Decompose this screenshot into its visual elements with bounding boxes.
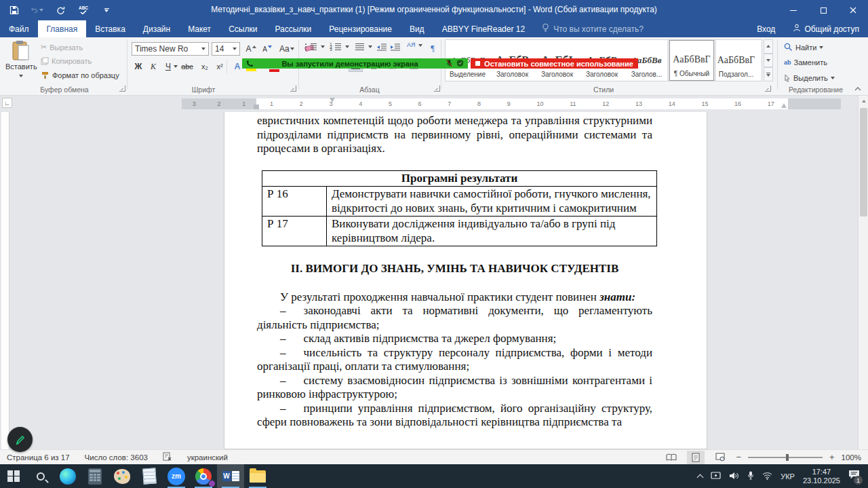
read-mode-button[interactable]: [663, 451, 680, 464]
decrease-indent-button[interactable]: [377, 43, 387, 51]
list-item[interactable]: –чисельність та структуру персоналу підп…: [257, 346, 652, 374]
web-layout-button[interactable]: [711, 451, 729, 464]
strikethrough-button[interactable]: abc: [180, 60, 194, 73]
table-cell-text[interactable]: Виконувати дослідження індивідуально та/…: [327, 217, 657, 246]
shrink-font-button[interactable]: А: [260, 42, 274, 56]
save-icon[interactable]: [8, 4, 20, 16]
gallery-down-button[interactable]: [764, 54, 773, 68]
table-cell-text[interactable]: Демонструвати навички самостійної роботи…: [327, 187, 657, 217]
select-button[interactable]: Выделить: [784, 74, 835, 82]
styles-dialog-launcher[interactable]: [765, 86, 771, 92]
taskbar-word-button[interactable]: W: [217, 464, 244, 488]
sort-button[interactable]: АЯ: [407, 43, 422, 48]
tell-me-box[interactable]: Что вы хотите сделать?: [534, 20, 652, 37]
list-item[interactable]: –систему взаємовідносин підприємства із …: [257, 374, 652, 402]
screen-cast-icon[interactable]: [711, 470, 721, 483]
change-case-button[interactable]: Aa: [279, 42, 294, 56]
table-header-cell[interactable]: Програмні результати: [262, 170, 657, 187]
keyboard-language[interactable]: УКР: [781, 472, 795, 481]
scrollbar-thumb[interactable]: [860, 108, 867, 217]
zoom-in-button[interactable]: +: [829, 452, 835, 462]
sign-in-button[interactable]: Вход: [748, 24, 784, 34]
style-tile[interactable]: АаБбВвГПодзагол...: [714, 40, 759, 81]
language-indicator[interactable]: украинский: [187, 453, 228, 462]
bullets-button[interactable]: [305, 43, 325, 50]
document-page[interactable]: евристичних компетенцій щодо роботи мене…: [224, 112, 707, 449]
tab-mailings[interactable]: Рассылки: [266, 20, 320, 37]
microphone-icon[interactable]: [747, 470, 754, 483]
zoom-slider-thumb[interactable]: [786, 454, 789, 461]
subscript-button[interactable]: х₂: [198, 60, 212, 73]
clipboard-dialog-launcher[interactable]: [119, 86, 125, 92]
italic-button[interactable]: К: [146, 60, 160, 73]
list-item[interactable]: –принципи управління підприємством, його…: [257, 402, 652, 430]
taskbar-calculator-button[interactable]: [81, 464, 108, 488]
collapse-ribbon-button[interactable]: [854, 84, 861, 92]
paragraph[interactable]: У результаті проходження навчальної прак…: [257, 290, 652, 305]
tab-insert[interactable]: Вставка: [86, 20, 134, 37]
spellcheck-icon[interactable]: ABC: [77, 4, 90, 16]
zoom-out-button[interactable]: −: [736, 452, 741, 462]
maximize-button[interactable]: [808, 0, 838, 20]
notification-center-button[interactable]: 1: [848, 470, 860, 483]
list-item[interactable]: –законодавчі акти та нормативні документ…: [257, 304, 652, 332]
taskbar-paint-button[interactable]: [108, 464, 136, 488]
annotation-tool-button[interactable]: [7, 427, 33, 452]
word-count[interactable]: Число слов: 3603: [85, 453, 148, 462]
shield-icon[interactable]: [456, 58, 464, 70]
tab-selector[interactable]: ∟: [2, 98, 12, 108]
cut-button[interactable]: ✂Вырезать: [41, 43, 83, 52]
wifi-icon[interactable]: [762, 470, 772, 483]
tab-design[interactable]: Дизайн: [134, 20, 179, 37]
tab-review[interactable]: Рецензирование: [320, 20, 401, 37]
table-cell-code[interactable]: Р 17: [262, 217, 327, 246]
find-button[interactable]: Найти: [784, 43, 823, 52]
redo-icon[interactable]: [54, 4, 66, 16]
mic-muted-icon[interactable]: [446, 58, 452, 70]
taskbar-notepad-button[interactable]: [136, 464, 163, 488]
tab-abbyy[interactable]: ABBYY FineReader 12: [433, 20, 534, 37]
paragraph[interactable]: евристичних компетенцій щодо роботи мене…: [257, 114, 652, 156]
taskbar-zoom-button[interactable]: zm: [163, 464, 190, 488]
customize-qat-icon[interactable]: [100, 4, 113, 16]
undo-icon[interactable]: [31, 4, 43, 16]
tab-layout[interactable]: Макет: [179, 20, 220, 37]
tray-expand-icon[interactable]: [697, 474, 704, 481]
grow-font-button[interactable]: А: [244, 42, 258, 56]
zoom-slider[interactable]: [748, 457, 823, 458]
numbering-button[interactable]: 123: [330, 43, 349, 51]
underline-dropdown[interactable]: [174, 65, 178, 68]
paragraph-dialog-launcher[interactable]: [434, 86, 440, 92]
replace-button[interactable]: ab Заменить: [784, 58, 827, 67]
proofing-icon[interactable]: [163, 452, 172, 462]
underline-button[interactable]: Ч: [161, 60, 175, 73]
tab-home[interactable]: Главная: [38, 20, 87, 37]
taskbar-chrome-button[interactable]: [190, 464, 217, 488]
first-line-indent-marker[interactable]: [330, 98, 335, 102]
font-dialog-launcher[interactable]: [290, 86, 296, 92]
close-button[interactable]: [838, 0, 868, 20]
show-marks-button[interactable]: ¶: [426, 41, 439, 55]
print-layout-button[interactable]: [687, 451, 705, 464]
minimize-button[interactable]: [778, 0, 808, 20]
taskbar-edge-button[interactable]: [54, 464, 81, 488]
zoom-level[interactable]: 100%: [842, 453, 861, 462]
stop-sharing-button[interactable]: Остановить совместное использование: [471, 58, 638, 69]
taskbar-search-button[interactable]: [27, 464, 54, 488]
table-cell-code[interactable]: Р 16: [262, 187, 327, 217]
vertical-scrollbar[interactable]: [858, 96, 868, 449]
increase-indent-button[interactable]: [391, 43, 401, 51]
section-heading[interactable]: ІІ. ВИМОГИ ДО ЗНАНЬ, УМІНЬ ТА НАВИЧОК СТ…: [257, 262, 652, 276]
multilevel-list-button[interactable]: [355, 43, 372, 50]
copy-button[interactable]: Копировать: [41, 57, 92, 65]
taskbar-explorer-button[interactable]: [244, 464, 271, 488]
font-size-select[interactable]: 14: [212, 42, 240, 56]
tab-view[interactable]: Вид: [401, 20, 433, 37]
superscript-button[interactable]: х²: [213, 60, 226, 73]
paste-button[interactable]: Вставить: [5, 40, 37, 79]
tab-references[interactable]: Ссылки: [220, 20, 266, 37]
format-painter-button[interactable]: Формат по образцу: [41, 71, 119, 79]
taskbar-clock[interactable]: 17:47 23.10.2025: [803, 468, 840, 485]
start-button[interactable]: [0, 464, 27, 488]
tab-file[interactable]: Файл: [0, 20, 38, 37]
